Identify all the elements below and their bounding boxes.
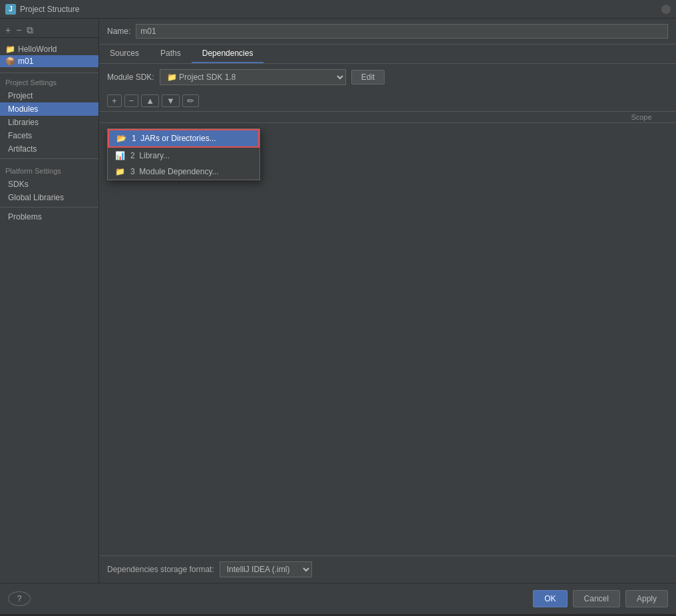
sidebar-item-global-libraries[interactable]: Global Libraries	[0, 191, 98, 204]
sidebar-item-facets[interactable]: Facets	[0, 129, 98, 142]
scope-col-header: Scope	[615, 113, 668, 121]
dep-list-header: Scope	[99, 112, 676, 123]
sidebar-item-project[interactable]: Project	[0, 89, 98, 102]
edit-dependency-button[interactable]: ✏	[182, 94, 199, 107]
dropdown-item-text: JARs or Directories...	[140, 134, 216, 143]
bottom-bar: Dependencies storage format: IntelliJ ID…	[99, 555, 676, 583]
tree-item-helloworld[interactable]: 📁 HelloWorld	[0, 43, 98, 55]
tree-item-label: m01	[18, 57, 33, 66]
apply-button[interactable]: Apply	[625, 590, 668, 607]
sidebar-item-label: Artifacts	[8, 144, 37, 154]
name-input[interactable]	[136, 24, 668, 39]
remove-module-button[interactable]: −	[15, 25, 23, 35]
project-settings-label: Project Settings	[0, 76, 98, 89]
tab-dependencies[interactable]: Dependencies	[192, 45, 264, 63]
jars-icon: 📂	[116, 134, 126, 143]
add-module-button[interactable]: +	[4, 25, 12, 35]
sidebar-toolbar: + − ⧉	[0, 23, 98, 38]
sidebar-item-label: SDKs	[8, 180, 29, 189]
module-tree: 📁 HelloWorld 📦 m01	[0, 41, 98, 70]
sidebar-item-label: Global Libraries	[8, 193, 64, 202]
dep-storage-select[interactable]: IntelliJ IDEA (.iml)Eclipse (.classpath)…	[220, 561, 312, 577]
dropdown-item-text: Module Dependency...	[139, 167, 218, 176]
dep-col-header	[107, 113, 615, 121]
cancel-button[interactable]: Cancel	[573, 590, 620, 607]
app-icon: J	[5, 4, 16, 15]
move-down-dependency-button[interactable]: ▼	[162, 94, 180, 107]
sidebar: + − ⧉ 📁 HelloWorld 📦 m01 Project Setting…	[0, 19, 99, 583]
module-icon: 📦	[5, 57, 15, 66]
tree-item-label: HelloWorld	[18, 45, 57, 54]
window-title: Project Structure	[20, 5, 661, 14]
dependencies-toolbar: + − ▲ ▼ ✏	[99, 90, 676, 112]
module-dep-icon: 📁	[114, 167, 125, 176]
sidebar-item-label: Facets	[8, 131, 32, 140]
ok-button[interactable]: OK	[533, 590, 567, 607]
dropdown-item-module-dep[interactable]: 📁 3 Module Dependency...	[108, 164, 259, 180]
dep-storage-row: Dependencies storage format: IntelliJ ID…	[107, 561, 312, 577]
tab-sources[interactable]: Sources	[99, 45, 150, 63]
remove-dependency-button[interactable]: −	[124, 94, 139, 107]
sidebar-item-label: Project	[8, 91, 33, 100]
sidebar-item-label: Libraries	[8, 118, 39, 127]
platform-settings-label: Platform Settings	[0, 162, 98, 178]
close-button[interactable]	[661, 5, 671, 14]
name-bar: Name:	[99, 19, 676, 45]
dep-list-area: 📂 1 JARs or Directories... 📊 2 Library..…	[99, 123, 676, 555]
sidebar-item-problems[interactable]: Problems	[0, 210, 98, 224]
add-dependency-dropdown: 📂 1 JARs or Directories... 📊 2 Library..…	[107, 128, 260, 180]
sidebar-item-label: Problems	[8, 212, 42, 222]
tab-paths[interactable]: Paths	[150, 45, 192, 63]
dep-storage-label: Dependencies storage format:	[107, 565, 214, 574]
module-sdk-row: Module SDK: 📁 Project SDK 1.8 Edit	[99, 64, 676, 90]
window-controls	[661, 5, 671, 14]
library-icon: 📊	[114, 151, 125, 160]
dropdown-item-text: Library...	[139, 151, 170, 160]
dropdown-item-label: 1	[132, 134, 140, 143]
dropdown-item-jars[interactable]: 📂 1 JARs or Directories...	[108, 129, 259, 148]
copy-module-button[interactable]: ⧉	[25, 25, 35, 35]
sdk-select[interactable]: 📁 Project SDK 1.8	[160, 69, 346, 85]
name-label: Name:	[107, 27, 130, 36]
move-up-dependency-button[interactable]: ▲	[141, 94, 159, 107]
tree-item-m01[interactable]: 📦 m01	[0, 55, 98, 67]
content-area: Name: Sources Paths Dependencies Module …	[99, 19, 676, 583]
dropdown-item-label: 3	[130, 167, 139, 176]
sidebar-item-libraries[interactable]: Libraries	[0, 116, 98, 129]
dropdown-item-library[interactable]: 📊 2 Library...	[108, 148, 259, 164]
sidebar-item-label: Modules	[8, 104, 38, 114]
module-sdk-label: Module SDK:	[107, 73, 154, 82]
tabs-bar: Sources Paths Dependencies	[99, 45, 676, 64]
edit-sdk-button[interactable]: Edit	[351, 70, 385, 84]
help-button[interactable]: ?	[8, 591, 31, 606]
sidebar-item-artifacts[interactable]: Artifacts	[0, 142, 98, 156]
folder-icon: 📁	[5, 45, 15, 54]
dropdown-item-label: 2	[130, 151, 139, 160]
sidebar-item-sdks[interactable]: SDKs	[0, 178, 98, 191]
sidebar-item-modules[interactable]: Modules	[0, 102, 98, 116]
title-bar: J Project Structure	[0, 0, 676, 19]
add-dependency-button[interactable]: +	[107, 94, 122, 107]
footer-buttons: ? OK Cancel Apply	[0, 583, 676, 614]
